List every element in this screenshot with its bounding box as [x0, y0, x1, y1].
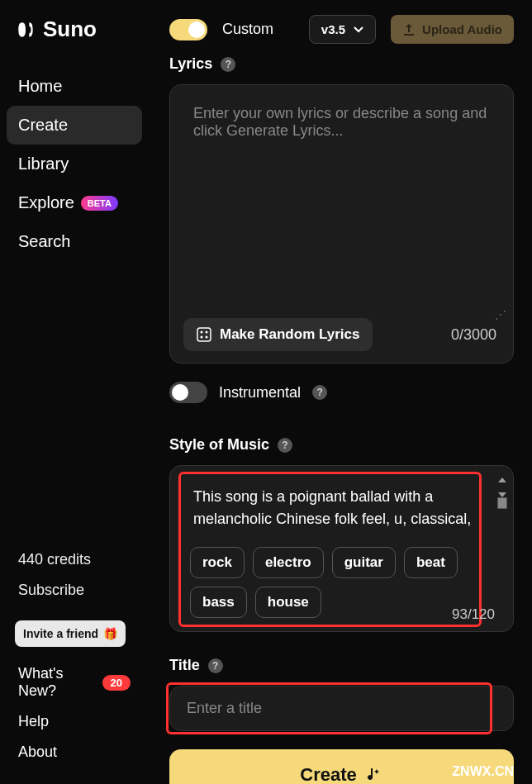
- whats-new-count: 20: [102, 675, 131, 691]
- top-controls: Custom v3.5 Upload Audio: [169, 15, 514, 44]
- sidebar-item-library[interactable]: Library: [7, 145, 142, 183]
- instrumental-label: Instrumental: [219, 384, 301, 402]
- gift-icon: 🎁: [103, 627, 117, 640]
- brand-name: Suno: [43, 17, 97, 42]
- help-link[interactable]: Help: [7, 706, 142, 737]
- custom-toggle-label: Custom: [222, 21, 273, 38]
- style-tag[interactable]: bass: [190, 587, 247, 618]
- svg-point-1: [201, 331, 203, 334]
- scrollbar[interactable]: [496, 478, 508, 509]
- dice-icon: [197, 327, 211, 342]
- lyrics-counter: 0/3000: [451, 326, 496, 344]
- svg-point-4: [201, 336, 203, 339]
- about-link[interactable]: About: [7, 737, 142, 767]
- lyrics-label: Lyrics ?: [169, 55, 514, 73]
- chevron-down-icon: [354, 26, 363, 33]
- sidebar-item-explore[interactable]: Explore BETA: [7, 183, 142, 222]
- main-panel: Custom v3.5 Upload Audio Lyrics ? ⋰ Make…: [149, 0, 532, 784]
- style-text-input[interactable]: This song is a poignant ballad with a me…: [182, 478, 501, 542]
- scroll-up-icon[interactable]: [498, 478, 506, 482]
- title-label: Title ?: [169, 657, 514, 674]
- instrumental-row: Instrumental ?: [169, 382, 514, 403]
- scroll-thumb[interactable]: [497, 497, 507, 509]
- watermark: ZNWX.CN: [452, 764, 514, 779]
- upload-icon: [402, 23, 416, 36]
- beta-badge: BETA: [81, 196, 118, 211]
- make-random-lyrics-button[interactable]: Make Random Lyrics: [183, 318, 373, 351]
- custom-toggle[interactable]: [169, 19, 207, 40]
- sidebar: Suno Home Create Library Explore BETA Se…: [0, 0, 149, 784]
- music-sparkle-icon: [365, 766, 383, 784]
- svg-rect-0: [197, 328, 211, 341]
- help-icon[interactable]: ?: [278, 438, 292, 453]
- suno-logo-icon: [15, 19, 36, 40]
- style-label: Style of Music ?: [169, 436, 514, 454]
- style-tag[interactable]: rock: [190, 547, 245, 578]
- whats-new-link[interactable]: What's New? 20: [7, 658, 142, 706]
- style-tag[interactable]: guitar: [332, 547, 396, 578]
- instrumental-toggle[interactable]: [169, 382, 207, 403]
- lyrics-box: ⋰ Make Random Lyrics 0/3000: [169, 84, 514, 363]
- svg-point-3: [206, 331, 208, 334]
- sidebar-item-create[interactable]: Create: [7, 106, 142, 145]
- sidebar-item-home[interactable]: Home: [7, 67, 142, 106]
- style-tag[interactable]: electro: [253, 547, 324, 578]
- help-icon[interactable]: ?: [208, 658, 223, 673]
- style-box: This song is a poignant ballad with a me…: [169, 465, 514, 632]
- style-tag[interactable]: house: [255, 587, 321, 618]
- style-counter: 93/120: [452, 606, 495, 623]
- invite-friend-button[interactable]: Invite a friend 🎁: [15, 620, 126, 647]
- sidebar-item-search[interactable]: Search: [7, 222, 142, 261]
- help-icon[interactable]: ?: [221, 57, 235, 72]
- upload-audio-button[interactable]: Upload Audio: [391, 15, 514, 44]
- style-tag[interactable]: beat: [404, 547, 458, 578]
- svg-point-2: [206, 336, 208, 339]
- title-input[interactable]: [169, 686, 514, 731]
- credits-display: 440 credits: [7, 544, 142, 575]
- logo[interactable]: Suno: [7, 17, 142, 67]
- subscribe-link[interactable]: Subscribe: [7, 575, 142, 606]
- lyrics-textarea[interactable]: [170, 85, 513, 306]
- version-select[interactable]: v3.5: [309, 15, 376, 44]
- help-icon[interactable]: ?: [312, 385, 327, 400]
